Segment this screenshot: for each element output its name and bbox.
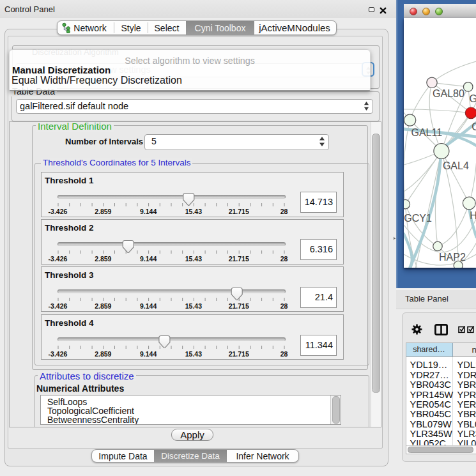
svg-text:H: H [470, 210, 476, 221]
svg-text:HAP2: HAP2 [439, 252, 466, 263]
svg-text:GAL80: GAL80 [433, 88, 464, 99]
svg-text:GAL4: GAL4 [442, 160, 468, 171]
svg-text:C: C [472, 121, 476, 132]
svg-text:GA: GA [469, 93, 476, 104]
svg-text:GCY1: GCY1 [404, 213, 432, 224]
svg-text:GAL11: GAL11 [411, 127, 442, 138]
